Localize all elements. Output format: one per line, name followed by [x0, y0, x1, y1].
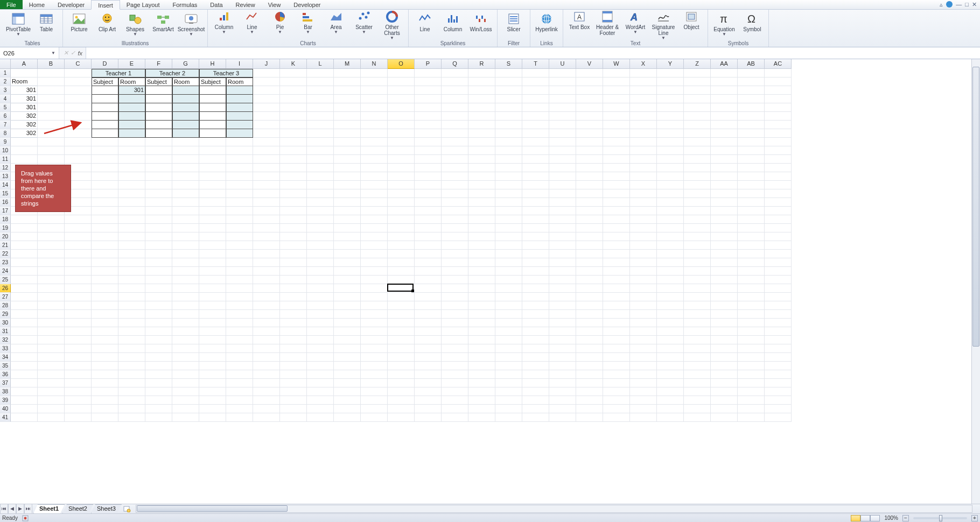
cell-P28[interactable] [415, 301, 442, 310]
cell-U4[interactable] [549, 95, 576, 103]
tab-review[interactable]: Review [229, 0, 262, 9]
cell-O20[interactable] [388, 232, 415, 241]
cell-M39[interactable] [334, 396, 361, 405]
cell-R24[interactable] [468, 267, 495, 276]
cell-AA39[interactable] [711, 396, 738, 405]
cell-F14[interactable] [145, 181, 172, 189]
cell-Z13[interactable] [684, 172, 711, 181]
cell-S21[interactable] [495, 241, 522, 250]
cell-E37[interactable] [118, 379, 145, 387]
cell-V33[interactable] [576, 344, 603, 353]
cell-D38[interactable] [92, 387, 118, 396]
cell-I7[interactable] [226, 121, 253, 129]
cell-Q2[interactable] [442, 77, 468, 86]
cell-Y31[interactable] [657, 327, 684, 336]
restore-icon[interactable]: □ [965, 1, 969, 8]
cell-K4[interactable] [280, 95, 307, 103]
cell-R27[interactable] [468, 293, 495, 301]
cell-R40[interactable] [468, 405, 495, 413]
cell-S9[interactable] [495, 138, 522, 146]
cell-Y22[interactable] [657, 250, 684, 258]
column-header-V[interactable]: V [576, 59, 603, 69]
cell-S38[interactable] [495, 387, 522, 396]
cell-W11[interactable] [603, 155, 630, 164]
cell-X6[interactable] [630, 112, 657, 121]
clipart-button[interactable]: Clip Art [94, 11, 120, 32]
cell-E15[interactable] [118, 189, 145, 198]
cell-Z40[interactable] [684, 405, 711, 413]
minimize-icon[interactable]: — [956, 1, 962, 8]
cell-A38[interactable] [11, 387, 38, 396]
cell-AC37[interactable] [765, 379, 792, 387]
cell-AC29[interactable] [765, 310, 792, 319]
cell-L38[interactable] [307, 387, 334, 396]
cell-K27[interactable] [280, 293, 307, 301]
cell-U5[interactable] [549, 103, 576, 112]
cell-T41[interactable] [522, 413, 549, 422]
cell-A32[interactable] [11, 336, 38, 344]
cell-W22[interactable] [603, 250, 630, 258]
cell-J41[interactable] [253, 413, 280, 422]
cell-O4[interactable] [388, 95, 415, 103]
cell-Z17[interactable] [684, 207, 711, 215]
cell-W18[interactable] [603, 215, 630, 224]
cell-P37[interactable] [415, 379, 442, 387]
cell-H12[interactable] [199, 164, 226, 172]
cell-K28[interactable] [280, 301, 307, 310]
cell-F13[interactable] [145, 172, 172, 181]
cell-M27[interactable] [334, 293, 361, 301]
cell-N18[interactable] [361, 215, 388, 224]
cell-Q19[interactable] [442, 224, 468, 232]
cell-Z21[interactable] [684, 241, 711, 250]
cell-AA29[interactable] [711, 310, 738, 319]
cell-U37[interactable] [549, 379, 576, 387]
cell-U10[interactable] [549, 146, 576, 155]
cell-U34[interactable] [549, 353, 576, 362]
cell-I3[interactable] [226, 86, 253, 95]
cell-R20[interactable] [468, 232, 495, 241]
cell-G22[interactable] [172, 250, 199, 258]
cell-E30[interactable] [118, 319, 145, 327]
cell-G17[interactable] [172, 207, 199, 215]
cell-X5[interactable] [630, 103, 657, 112]
cell-E24[interactable] [118, 267, 145, 276]
view-page-break-button[interactable] [870, 515, 880, 521]
cell-Q24[interactable] [442, 267, 468, 276]
cell-W38[interactable] [603, 387, 630, 396]
cell-AC33[interactable] [765, 344, 792, 353]
cell-C22[interactable] [65, 250, 92, 258]
cell-S10[interactable] [495, 146, 522, 155]
cell-Q22[interactable] [442, 250, 468, 258]
row-header-35[interactable]: 35 [0, 362, 11, 370]
cell-AA38[interactable] [711, 387, 738, 396]
column-header-K[interactable]: K [280, 59, 307, 69]
cell-D6[interactable] [92, 112, 118, 121]
cell-Y15[interactable] [657, 189, 684, 198]
column-header-AA[interactable]: AA [711, 59, 738, 69]
row-header-20[interactable]: 20 [0, 232, 11, 241]
cell-L20[interactable] [307, 232, 334, 241]
cell-AC27[interactable] [765, 293, 792, 301]
cell-M12[interactable] [334, 164, 361, 172]
cell-C37[interactable] [65, 379, 92, 387]
cell-X26[interactable] [630, 284, 657, 293]
cell-Z20[interactable] [684, 232, 711, 241]
cell-O3[interactable] [388, 86, 415, 95]
cell-L31[interactable] [307, 327, 334, 336]
cell-K23[interactable] [280, 258, 307, 267]
cell-T24[interactable] [522, 267, 549, 276]
cell-J18[interactable] [253, 215, 280, 224]
cell-R23[interactable] [468, 258, 495, 267]
cell-F6[interactable] [145, 112, 172, 121]
cell-I19[interactable] [226, 224, 253, 232]
cell-B36[interactable] [38, 370, 65, 379]
row-header-17[interactable]: 17 [0, 207, 11, 215]
cell-Z25[interactable] [684, 276, 711, 284]
cell-I40[interactable] [226, 405, 253, 413]
cell-M14[interactable] [334, 181, 361, 189]
file-tab[interactable]: File [0, 0, 23, 9]
cell-S3[interactable] [495, 86, 522, 95]
cell-V27[interactable] [576, 293, 603, 301]
cell-A7[interactable]: 302 [11, 121, 38, 129]
cell-F10[interactable] [145, 146, 172, 155]
